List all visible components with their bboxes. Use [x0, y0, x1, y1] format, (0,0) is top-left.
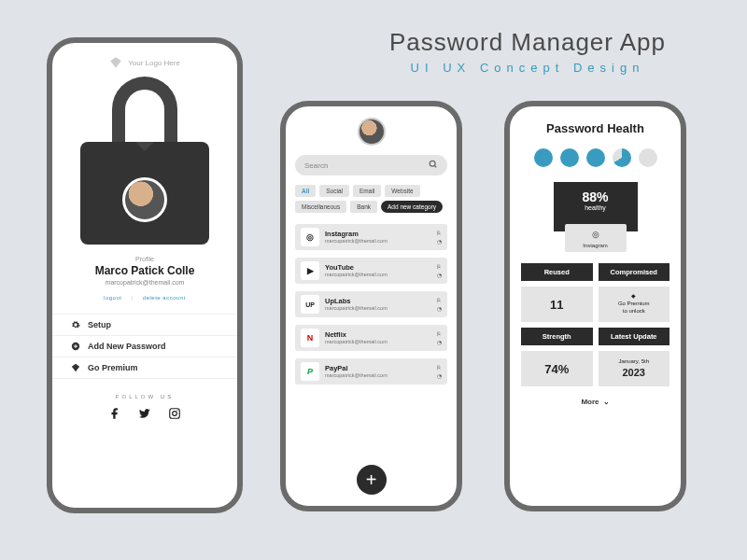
diamond-icon: ◆: [631, 293, 636, 301]
entry-name: PayPal: [325, 365, 437, 372]
stat-strength-value: 74%: [521, 351, 593, 386]
profile-links: logout | delete account: [52, 295, 237, 301]
copy-icon[interactable]: ⎘: [437, 365, 442, 371]
score-percent: 88%: [554, 189, 638, 204]
chip-social[interactable]: Social: [319, 185, 349, 197]
stats-grid: Reused Compromised 11 ◆ Go Premium to un…: [521, 263, 669, 386]
instagram-icon: ◎: [589, 228, 602, 241]
instagram-icon: ◎: [301, 228, 319, 246]
avatar[interactable]: [358, 118, 386, 146]
stat-compromised-label: Compromised: [599, 263, 670, 281]
gear-icon: [71, 320, 80, 329]
plus-icon: +: [366, 469, 377, 491]
score-card: 88% healthy ◎ Instagram: [554, 182, 638, 231]
copy-icon[interactable]: ⎘: [437, 331, 442, 337]
clock-icon[interactable]: ◔: [437, 372, 442, 379]
chip-add-category[interactable]: Add new category: [381, 201, 443, 213]
stat-reused-value: 11: [521, 287, 593, 322]
chip-all[interactable]: All: [295, 185, 316, 197]
twitter-icon[interactable]: [138, 407, 151, 420]
health-dots: [521, 148, 669, 167]
plus-circle-icon: [71, 342, 80, 351]
follow-label: FOLLOW US: [52, 394, 237, 399]
entry-email: marcopatrick@themail.com: [325, 339, 437, 344]
clock-icon[interactable]: ◔: [437, 238, 442, 245]
netflix-icon: N: [301, 329, 319, 347]
copy-icon[interactable]: ⎘: [437, 264, 442, 270]
diamond-icon: [109, 56, 122, 69]
health-title: Password Health: [521, 121, 669, 135]
profile-email: marcopatrick@themail.com: [52, 279, 237, 286]
chevron-down-icon: ⌄: [603, 398, 610, 406]
page-title: Password Manager App: [327, 28, 728, 57]
entry-email: marcopatrick@themail.com: [325, 372, 437, 378]
paypal-icon: P: [301, 362, 319, 381]
svg-point-0: [430, 161, 435, 166]
entry-email: marcopatrick@themail.com: [325, 305, 437, 311]
menu-add-password[interactable]: Add New Password: [52, 335, 237, 357]
stat-update-value: January, 5th 2023: [599, 351, 670, 386]
entry-row[interactable]: N Netflixmarcopatrick@themail.com ⎘◔: [295, 325, 447, 351]
delete-account-link[interactable]: delete account: [143, 295, 186, 301]
stat-update-label: Latest Update: [599, 328, 670, 345]
chip-bank[interactable]: Bank: [350, 201, 377, 213]
stat-compromised-locked[interactable]: ◆ Go Premium to unlock: [599, 287, 670, 322]
instagram-icon[interactable]: [168, 407, 181, 420]
entry-name: YouTube: [325, 264, 437, 272]
dot-icon: [534, 148, 553, 167]
menu-go-premium[interactable]: Go Premium: [52, 357, 237, 379]
youtube-icon: ▶: [301, 261, 319, 280]
page-subtitle: UI UX Concept Design: [327, 61, 728, 75]
profile-block: Profile Marco Patick Colle marcopatrick@…: [52, 256, 237, 301]
profile-name: Marco Patick Colle: [52, 264, 237, 277]
entry-row[interactable]: P PayPalmarcopatrick@themail.com ⎘◔: [295, 358, 447, 385]
entry-row[interactable]: UP UpLabsmarcopatrick@themail.com ⎘◔: [295, 291, 447, 317]
dot-icon: [586, 148, 605, 167]
dot-partial-icon: [613, 148, 631, 167]
more-button[interactable]: More ⌄: [521, 398, 669, 406]
follow-block: FOLLOW US: [52, 394, 237, 420]
avatar[interactable]: [122, 177, 167, 222]
search-placeholder: Search: [304, 161, 429, 170]
lock-graphic: [52, 77, 237, 245]
entry-row[interactable]: ◎ Instagrammarcopatrick@themail.com ⎘◔: [295, 224, 447, 250]
profile-caption: Profile: [52, 256, 237, 262]
entry-email: marcopatrick@themail.com: [325, 272, 437, 277]
copy-icon[interactable]: ⎘: [437, 298, 442, 303]
lock-shackle-icon: [112, 77, 177, 142]
clock-icon[interactable]: ◔: [437, 339, 442, 345]
phone-health: Password Health 88% healthy ◎ Instagram …: [504, 101, 686, 511]
copy-icon[interactable]: ⎘: [437, 231, 442, 236]
menu-setup[interactable]: Setup: [52, 314, 237, 335]
entry-name: Instagram: [325, 231, 437, 238]
chip-website[interactable]: Website: [385, 185, 419, 197]
search-icon: [429, 160, 438, 171]
entry-name: Netflix: [325, 331, 437, 339]
logout-link[interactable]: logout: [104, 295, 121, 301]
dot-icon: [560, 148, 579, 167]
add-button[interactable]: +: [357, 465, 387, 495]
category-chips: All Social Email Website Miscellaneous B…: [295, 185, 447, 213]
chip-misc[interactable]: Miscellaneous: [295, 201, 346, 213]
entry-email: marcopatrick@themail.com: [325, 238, 437, 244]
lock-body-icon: [80, 142, 209, 245]
stat-strength-label: Strength: [521, 328, 593, 345]
facebook-icon[interactable]: [108, 407, 121, 420]
stat-reused-label: Reused: [521, 263, 593, 281]
svg-line-1: [434, 165, 436, 167]
phone-vault: Search All Social Email Website Miscella…: [280, 101, 462, 511]
entry-row[interactable]: ▶ YouTubemarcopatrick@themail.com ⎘◔: [295, 258, 447, 284]
dot-empty-icon: [639, 148, 657, 167]
entries-list: ◎ Instagrammarcopatrick@themail.com ⎘◔ ▶…: [295, 224, 447, 385]
phone-profile: Your Logo Here Profile Marco Patick Coll…: [47, 37, 243, 513]
clock-icon[interactable]: ◔: [437, 272, 442, 278]
page-header: Password Manager App UI UX Concept Desig…: [327, 28, 728, 75]
chip-email[interactable]: Email: [353, 185, 381, 197]
entry-name: UpLabs: [325, 298, 437, 305]
uplabs-icon: UP: [301, 295, 319, 314]
diamond-icon: [71, 363, 80, 372]
score-app-chip[interactable]: ◎ Instagram: [565, 224, 627, 252]
logo-placeholder: Your Logo Here: [52, 56, 237, 69]
search-input[interactable]: Search: [295, 155, 447, 175]
clock-icon[interactable]: ◔: [437, 305, 442, 312]
